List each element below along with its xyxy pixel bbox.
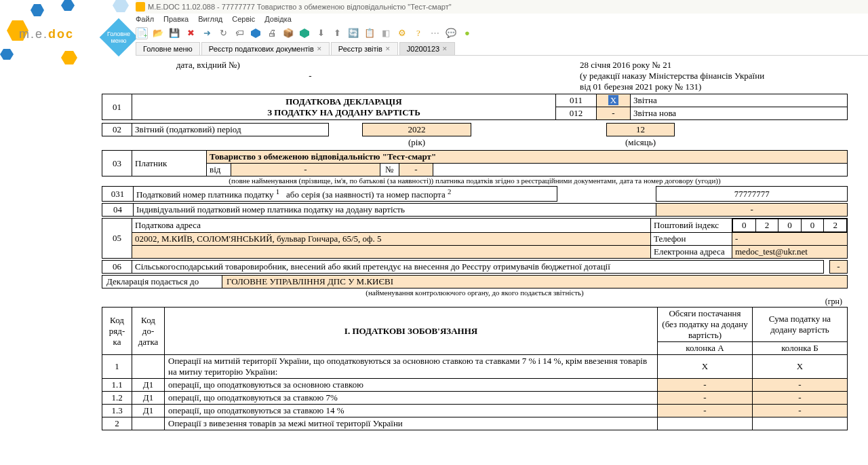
tb-chat-icon[interactable]: 💬 — [445, 27, 457, 39]
decl-to-row: Декларація подається до ГОЛОВНЕ УПРАВЛІН… — [102, 275, 848, 289]
tb-delete-icon[interactable]: ✖ — [184, 27, 197, 39]
taxnum[interactable]: 77777777 — [656, 187, 848, 202]
ob-ah: Обсяги постачання (без податку на додану… — [658, 308, 753, 342]
l011: Звітна — [631, 94, 848, 107]
tb-sync-icon[interactable]: 🔄 — [347, 27, 359, 39]
r06-val[interactable]: - — [830, 261, 848, 274]
post-label: Поштовий індекс — [651, 219, 732, 233]
svg-marker-4 — [61, 51, 77, 64]
tab-j0200123[interactable]: J0200123✕ — [399, 42, 455, 55]
top-date1: 28 січня 2016 року № 21 — [580, 60, 848, 71]
tb-cube-icon[interactable]: ◧ — [380, 27, 392, 39]
no-val[interactable]: - — [399, 164, 433, 176]
svg-marker-6 — [251, 29, 260, 38]
top-red1: (у редакції наказу Міністерства фінансів… — [580, 71, 848, 81]
vid-date[interactable]: - — [231, 164, 380, 176]
close-icon[interactable]: ✕ — [442, 45, 448, 52]
title1: ПОДАТКОВА ДЕКЛАРАЦІЯ — [135, 96, 553, 107]
tb-gear-icon[interactable]: ⚙ — [396, 27, 408, 39]
declto-val[interactable]: ГОЛОВНЕ УПРАВЛІННЯ ДПС У М.КИЄВІ — [222, 275, 848, 289]
post-index[interactable]: 02002 — [732, 219, 847, 232]
address2[interactable] — [132, 246, 651, 259]
table-row: 1 Операції на митній території України, … — [102, 355, 848, 379]
obligations-table: Код ряд-ка Код до-датка І. ПОДАТКОВІ ЗОБ… — [102, 307, 848, 430]
tb-box-icon[interactable]: 📦 — [282, 27, 294, 39]
tb-stamp-icon[interactable]: 🏷 — [233, 27, 245, 39]
title2: З ПОДАТКУ НА ДОДАНУ ВАРТІСТЬ — [135, 107, 553, 118]
top-date-in: дата, вхідний №) — [176, 60, 444, 71]
r06-label: Сільськогосподарський товаровиробник, вн… — [132, 261, 824, 274]
row-04: 04 Індивідуальний податковий номер платн… — [102, 203, 848, 217]
tb-hex1-icon[interactable] — [250, 27, 262, 39]
menu-edit[interactable]: Правка — [163, 15, 189, 23]
tel-val[interactable]: - — [732, 233, 848, 246]
code-031: 031 — [102, 187, 134, 202]
svg-marker-2 — [61, 0, 75, 11]
tb-print-icon[interactable]: 🖨 — [266, 27, 278, 39]
tb-next-icon[interactable]: ➜ — [201, 27, 213, 39]
table-row: 1.2Д1 операції, що оподатковуються за ст… — [102, 392, 848, 405]
table-row: 2 Операції з вивезення товарів за межі м… — [102, 417, 848, 430]
code-02: 02 — [102, 124, 132, 136]
app-title: M.E.DOC 11.02.088 - 77777777 Товариство … — [148, 3, 452, 11]
email-val[interactable]: medoc_test@ukr.net — [732, 246, 848, 259]
year-input[interactable]: 2022 — [363, 124, 471, 136]
header-table: 01 ПОДАТКОВА ДЕКЛАРАЦІЯ З ПОДАТКУ НА ДОД… — [102, 94, 848, 120]
ylabel: (рік) — [363, 136, 471, 149]
r03-note: (повне найменування (прізвище, ім'я, по … — [102, 176, 848, 185]
x011[interactable]: X — [597, 94, 631, 107]
payer-name[interactable]: Товариство з обмеженою відповідальністю … — [207, 151, 848, 164]
declto-label: Декларація подається до — [102, 275, 222, 289]
tb-save-icon[interactable]: 💾 — [168, 27, 180, 39]
address[interactable]: 02002, М.КИЇВ, СОЛОМ'ЯНСЬКИЙ, бульвар Го… — [132, 233, 651, 246]
ob-kr: Код ряд-ка — [102, 308, 132, 355]
table-row: 1.3Д1 операції, що оподатковуються за ст… — [102, 405, 848, 417]
tb-new-icon[interactable]: 📄＋ — [136, 27, 148, 39]
row-031: 031 Податковий номер платника податку 1 … — [102, 186, 848, 202]
close-icon[interactable]: ✕ — [317, 45, 322, 52]
code-04: 04 — [102, 204, 134, 217]
code-05: 05 — [102, 219, 132, 259]
menu-service[interactable]: Сервіс — [232, 15, 255, 23]
c012: 012 — [556, 107, 597, 120]
tb-copy-icon[interactable]: 📋 — [363, 27, 376, 39]
mlabel: (місяць) — [607, 136, 675, 149]
close-icon[interactable]: ✕ — [385, 45, 391, 52]
code-06: 06 — [102, 261, 132, 274]
r05-label: Податкова адреса — [132, 219, 651, 233]
declto-note: (найменування контролюючого органу, до я… — [102, 289, 848, 297]
r04-label: Індивідуальний податковий номер платника… — [133, 204, 656, 217]
l012: Звітна нова — [631, 107, 848, 120]
menu-file[interactable]: Файл — [136, 15, 154, 23]
tb-help-icon[interactable]: ? — [412, 27, 425, 39]
grn-label: (грн) — [102, 297, 848, 307]
row-06: 06 Сільськогосподарський товаровиробник,… — [102, 260, 848, 274]
tel-label: Телефон — [651, 233, 732, 246]
svg-marker-5 — [113, 0, 129, 12]
tb-arrow1-icon[interactable]: ⬇ — [315, 27, 327, 39]
menu-help[interactable]: Довідка — [264, 15, 292, 23]
c011: 011 — [556, 94, 597, 107]
tb-arrow2-icon[interactable]: ⬆ — [331, 27, 343, 39]
table-row: 1.1Д1 операції, що оподатковуються за ос… — [102, 379, 848, 392]
row-05: 05 Податкова адреса Поштовий індекс 0200… — [102, 218, 848, 259]
tb-open-icon[interactable]: 📂 — [152, 27, 164, 39]
ipn-val[interactable]: - — [656, 204, 848, 217]
tb-refresh-icon[interactable]: ↻ — [217, 27, 229, 39]
platnyk-label: Платник — [132, 151, 207, 176]
tb-hex2-icon[interactable] — [298, 27, 311, 39]
app-icon — [136, 2, 145, 12]
menu-view[interactable]: Вигляд — [198, 15, 222, 23]
x012[interactable]: - — [597, 107, 631, 120]
tab-main[interactable]: Головне меню — [136, 42, 200, 55]
tb-dot-icon[interactable]: ● — [461, 27, 473, 39]
tb-info-icon[interactable]: ⋯ — [429, 27, 441, 39]
tab-tax-registry[interactable]: Реєстр податкових документів✕ — [201, 42, 330, 55]
code-01: 01 — [102, 94, 132, 120]
row-03: 03 Платник Товариство з обмеженою відпов… — [102, 150, 848, 176]
svg-marker-3 — [0, 49, 14, 60]
month-input[interactable]: 12 — [607, 124, 675, 136]
row-02: 02 Звітний (податковий) період 2022 12 (… — [102, 123, 848, 149]
tab-reports[interactable]: Реєстр звітів✕ — [331, 42, 398, 55]
ob-title: І. ПОДАТКОВІ ЗОБОВ'ЯЗАННЯ — [165, 308, 658, 355]
